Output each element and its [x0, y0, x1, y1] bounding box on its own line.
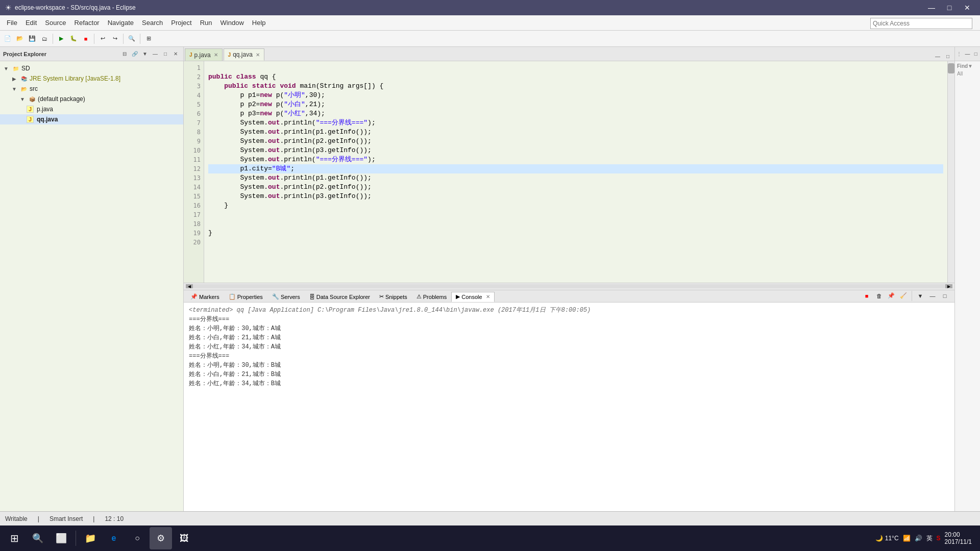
- console-tab-bar: 📌 Markers 📋 Properties 🔧 Servers 🗄 Data …: [184, 290, 954, 303]
- line-num-15: 15: [184, 192, 204, 201]
- new-button[interactable]: 📄: [2, 33, 13, 44]
- code-line-13[interactable]: System.out.println(p1.getInfo());: [208, 173, 943, 183]
- code-line-5[interactable]: p p2=new p("小白",21);: [208, 100, 943, 109]
- tree-item-qq-java[interactable]: J qq.java: [0, 114, 183, 124]
- cortana-button[interactable]: ○: [126, 527, 149, 549]
- code-line-1[interactable]: [208, 63, 943, 72]
- terminate-btn[interactable]: ■: [861, 290, 872, 302]
- code-content[interactable]: public class qq { public static void mai…: [204, 61, 947, 283]
- photos-button[interactable]: 🖼: [173, 527, 195, 549]
- editor-hscroll[interactable]: ◀ ▶: [184, 283, 954, 290]
- view-menu-button[interactable]: ▼: [140, 49, 150, 59]
- menu-run[interactable]: Run: [196, 17, 216, 29]
- debug-button[interactable]: 🐛: [68, 33, 79, 44]
- code-line-6[interactable]: p p3=new p("小红",34);: [208, 109, 943, 118]
- task-view-button[interactable]: ⬜: [50, 527, 72, 549]
- servers-label: Servers: [281, 294, 300, 300]
- pin-console-btn[interactable]: 📌: [886, 290, 897, 302]
- close-button[interactable]: ✕: [960, 3, 975, 13]
- console-area: 📌 Markers 📋 Properties 🔧 Servers 🗄 Data …: [184, 290, 954, 512]
- menu-refactor[interactable]: Refactor: [70, 17, 104, 29]
- run-button[interactable]: ▶: [56, 33, 67, 44]
- scroll-left-btn[interactable]: ◀: [186, 284, 193, 288]
- code-line-3[interactable]: public static void main(String args[]) {: [208, 82, 943, 91]
- tab-snippets[interactable]: ✂ Snippets: [375, 292, 412, 302]
- search-button[interactable]: 🔍: [27, 527, 49, 549]
- start-button[interactable]: ⊞: [3, 527, 26, 549]
- tab-qq-java[interactable]: J qq.java ✕: [224, 48, 264, 61]
- tree-item-sd[interactable]: ▼ 📁 SD: [0, 63, 183, 73]
- code-line-11[interactable]: System.out.println("===分界线===");: [208, 155, 943, 164]
- tab-problems[interactable]: ⚠ Problems: [412, 292, 451, 302]
- code-line-9[interactable]: System.out.println(p2.getInfo());: [208, 137, 943, 146]
- outline-max-btn[interactable]: □: [972, 49, 980, 59]
- menu-search[interactable]: Search: [138, 17, 167, 29]
- tree-item-src[interactable]: ▼ 📂 src: [0, 84, 183, 94]
- file-explorer-button[interactable]: 📁: [79, 527, 102, 549]
- open-button[interactable]: 📂: [14, 33, 26, 44]
- console-minimize[interactable]: —: [927, 290, 938, 302]
- outline-min-btn[interactable]: —: [963, 49, 971, 59]
- maximize-button[interactable]: □: [942, 3, 957, 13]
- code-line-12[interactable]: p1.city="B城";: [208, 164, 943, 173]
- tab-console[interactable]: ▶ Console ✕: [451, 292, 494, 302]
- menu-navigate[interactable]: Navigate: [104, 17, 138, 29]
- tree-item-default-pkg[interactable]: ▼ 📦 (default package): [0, 94, 183, 104]
- save-button[interactable]: 💾: [27, 33, 38, 44]
- scroll-right-btn[interactable]: ▶: [945, 284, 952, 288]
- tree-item-p-java[interactable]: J p.java: [0, 104, 183, 114]
- menu-window[interactable]: Window: [216, 17, 248, 29]
- code-line-8[interactable]: System.out.println(p1.getInfo());: [208, 128, 943, 137]
- save-all-button[interactable]: 🗂: [39, 33, 50, 44]
- tab-p-java[interactable]: J p.java ✕: [185, 48, 223, 61]
- menu-project[interactable]: Project: [167, 17, 195, 29]
- tab-servers[interactable]: 🔧 Servers: [267, 292, 305, 302]
- code-line-17[interactable]: [208, 210, 943, 219]
- menu-file[interactable]: File: [3, 17, 21, 29]
- code-line-10[interactable]: System.out.println(p3.getInfo());: [208, 146, 943, 155]
- redo-button[interactable]: ↪: [109, 33, 120, 44]
- tab-properties[interactable]: 📋 Properties: [224, 292, 267, 302]
- open-perspective-btn[interactable]: ⊞: [143, 33, 154, 44]
- tab-p-java-close[interactable]: ✕: [214, 52, 218, 58]
- close-panel-button[interactable]: ✕: [171, 49, 180, 59]
- tab-datasource[interactable]: 🗄 Data Source Explorer: [305, 292, 375, 302]
- code-line-20[interactable]: [208, 238, 943, 247]
- code-line-14[interactable]: System.out.println(p2.getInfo());: [208, 183, 943, 192]
- link-editor-button[interactable]: 🔗: [130, 49, 139, 59]
- tab-qq-java-close[interactable]: ✕: [256, 52, 260, 58]
- outline-find-label: Find▼: [957, 63, 978, 69]
- tab-markers[interactable]: 📌 Markers: [186, 292, 224, 302]
- code-line-4[interactable]: p p1=new p("小明",30);: [208, 91, 943, 100]
- search-btn[interactable]: 🔍: [126, 33, 137, 44]
- tree-item-jre[interactable]: ▶ 📚 JRE System Library [JavaSE-1.8]: [0, 73, 183, 84]
- code-line-7[interactable]: System.out.println("===分界线===");: [208, 118, 943, 128]
- code-line-15[interactable]: System.out.println(p3.getInfo());: [208, 192, 943, 201]
- console-maximize[interactable]: □: [939, 290, 950, 302]
- stop-button[interactable]: ■: [80, 33, 91, 44]
- code-editor[interactable]: 1234567891011121314151617181920 public c…: [184, 61, 954, 283]
- undo-button[interactable]: ↩: [97, 33, 108, 44]
- code-line-16[interactable]: }: [208, 201, 943, 210]
- collapse-all-button[interactable]: ⊟: [120, 49, 129, 59]
- editor-minimize-btn[interactable]: —: [933, 52, 942, 61]
- console-close[interactable]: ✕: [486, 294, 490, 299]
- minimize-panel-button[interactable]: —: [151, 49, 160, 59]
- remove-all-btn[interactable]: 🗑: [873, 290, 885, 302]
- minimize-button[interactable]: —: [924, 3, 939, 13]
- outline-menu-btn[interactable]: ⋮: [955, 49, 963, 59]
- maximize-panel-button[interactable]: □: [161, 49, 170, 59]
- menu-help[interactable]: Help: [248, 17, 270, 29]
- console-view-menu[interactable]: ▼: [915, 290, 926, 302]
- code-line-18[interactable]: [208, 219, 943, 229]
- code-line-19[interactable]: }: [208, 229, 943, 238]
- editor-maximize-btn[interactable]: □: [943, 52, 952, 61]
- editor-vertical-scrollbar[interactable]: [947, 61, 954, 283]
- code-line-2[interactable]: public class qq {: [208, 72, 943, 82]
- edge-button[interactable]: e: [103, 527, 125, 549]
- clear-console-btn[interactable]: 🧹: [898, 290, 909, 302]
- quick-access-input[interactable]: [870, 18, 972, 29]
- menu-edit[interactable]: Edit: [21, 17, 41, 29]
- menu-source[interactable]: Source: [41, 17, 70, 29]
- settings-button[interactable]: ⚙: [150, 527, 172, 549]
